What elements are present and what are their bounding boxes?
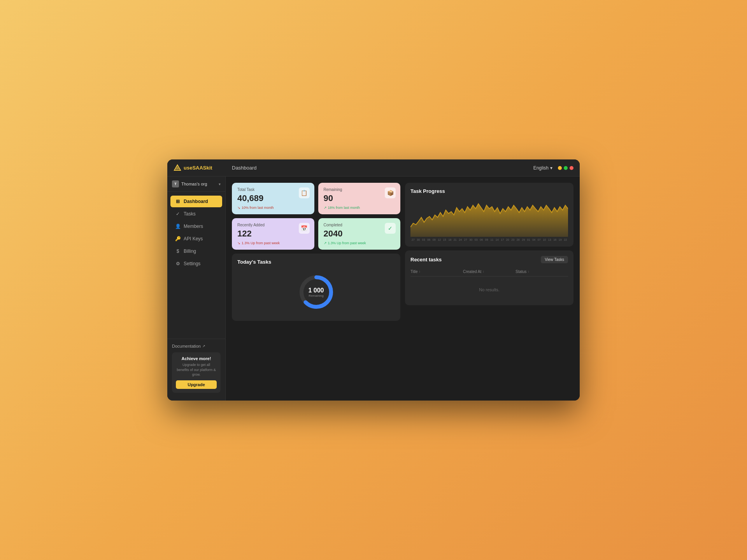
settings-label: Settings bbox=[184, 261, 200, 266]
task-progress-card: Task Progress bbox=[405, 183, 573, 247]
stat-card-recently-added: 📅 Recently Added 122 ↘ 1.3% Up from past… bbox=[232, 218, 314, 250]
recently-added-change: ↘ 1.3% Up from past week bbox=[237, 241, 309, 245]
upgrade-button[interactable]: Upgrade bbox=[176, 380, 217, 389]
col-status: Status ↕ bbox=[516, 270, 568, 274]
recent-tasks-title: Recent tasks bbox=[410, 257, 442, 262]
sidebar-item-dashboard[interactable]: ⊞ Dashboard bbox=[170, 196, 222, 207]
donut-center: 1 000 Remaining bbox=[308, 287, 324, 298]
todays-tasks-card: Today's Tasks 1 000 bbox=[232, 254, 400, 321]
donut-number: 1 000 bbox=[308, 287, 324, 294]
up-arrow-icon2: ↗ bbox=[324, 241, 327, 245]
remaining-value: 90 bbox=[324, 193, 395, 203]
app-window: useSAASkit Dashboard English ▾ T Thomas'… bbox=[167, 159, 580, 401]
todays-tasks-title: Today's Tasks bbox=[237, 259, 271, 265]
settings-icon: ⚙ bbox=[175, 261, 181, 266]
billing-label: Billing bbox=[184, 248, 196, 254]
recently-added-label: Recently Added bbox=[237, 223, 309, 227]
remaining-change: ↗ 18% from last month bbox=[324, 206, 395, 210]
donut-sub: Remaining bbox=[308, 294, 324, 298]
recently-added-value: 122 bbox=[237, 229, 309, 239]
chart-labels: 27 30 03 06 09 12 15 18 21 24 27 30 bbox=[410, 238, 568, 241]
stat-card-total-task: 📋 Total Task 40,689 ↘ 10% from last mont… bbox=[232, 183, 314, 214]
promo-title: Achieve more! bbox=[176, 356, 217, 361]
language-chevron: ▾ bbox=[550, 165, 552, 171]
completed-change: ↗ 1.3% Up from past week bbox=[324, 241, 395, 245]
window-controls bbox=[558, 166, 573, 170]
table-header: Title ↕ Created At ↕ Status ↕ bbox=[410, 267, 568, 276]
dashboard-icon: ⊞ bbox=[175, 199, 181, 204]
remaining-icon: 📦 bbox=[385, 187, 396, 198]
stat-cards: 📋 Total Task 40,689 ↘ 10% from last mont… bbox=[232, 183, 400, 250]
api-keys-label: API Keys bbox=[184, 236, 203, 242]
documentation-label: Documentation bbox=[172, 344, 201, 348]
main-layout: T Thomas's org ▾ ⊞ Dashboard ✓ Tasks � bbox=[167, 177, 580, 401]
logo-text: useSAASkit bbox=[184, 165, 212, 171]
language-selector[interactable]: English ▾ bbox=[533, 165, 552, 171]
task-progress-chart bbox=[410, 198, 568, 237]
donut-container: 1 000 Remaining bbox=[237, 269, 395, 315]
task-progress-title: Task Progress bbox=[410, 188, 568, 194]
down-arrow-icon: ↘ bbox=[237, 206, 240, 210]
chart-area bbox=[410, 198, 568, 237]
stat-card-completed: ✓ Completed 2040 ↗ 1.3% Up from past wee… bbox=[318, 218, 401, 250]
documentation-link[interactable]: Documentation ↗ bbox=[172, 344, 221, 348]
completed-label: Completed bbox=[324, 223, 395, 227]
api-keys-icon: 🔑 bbox=[175, 236, 181, 242]
sort-created-icon[interactable]: ↕ bbox=[482, 270, 484, 273]
tasks-icon: ✓ bbox=[175, 211, 181, 217]
completed-icon: ✓ bbox=[385, 223, 396, 234]
sidebar-item-settings[interactable]: ⚙ Settings bbox=[170, 258, 222, 270]
col-title: Title ↕ bbox=[410, 270, 463, 274]
sidebar-item-tasks[interactable]: ✓ Tasks bbox=[170, 208, 222, 220]
recently-added-icon: 📅 bbox=[299, 223, 310, 234]
minimize-button[interactable] bbox=[558, 166, 562, 170]
logo-icon bbox=[174, 164, 181, 172]
right-column: Task Progress bbox=[405, 183, 573, 321]
col-created-at: Created At ↕ bbox=[463, 270, 516, 274]
remaining-label: Remaining bbox=[324, 187, 395, 192]
sidebar: T Thomas's org ▾ ⊞ Dashboard ✓ Tasks � bbox=[167, 177, 226, 401]
completed-value: 2040 bbox=[324, 229, 395, 239]
nav-items: ⊞ Dashboard ✓ Tasks 👤 Members 🔑 API Keys bbox=[167, 192, 225, 339]
org-selector[interactable]: T Thomas's org ▾ bbox=[167, 177, 225, 192]
view-tasks-button[interactable]: View Tasks bbox=[541, 256, 568, 263]
maximize-button[interactable] bbox=[564, 166, 568, 170]
up-arrow-icon: ↗ bbox=[324, 206, 327, 210]
total-task-value: 40,689 bbox=[237, 193, 309, 203]
promo-description: Upgrade to get all benefits of our platf… bbox=[176, 362, 217, 377]
external-link-icon: ↗ bbox=[202, 344, 205, 348]
language-label: English bbox=[533, 165, 549, 171]
sidebar-bottom: Documentation ↗ Achieve more! Upgrade to… bbox=[167, 339, 225, 401]
tasks-label: Tasks bbox=[184, 211, 196, 217]
dashboard-label: Dashboard bbox=[184, 199, 208, 204]
stat-card-remaining: 📦 Remaining 90 ↗ 18% from last month bbox=[318, 183, 401, 214]
close-button[interactable] bbox=[570, 166, 573, 170]
topbar: useSAASkit Dashboard English ▾ bbox=[167, 159, 580, 177]
left-column: 📋 Total Task 40,689 ↘ 10% from last mont… bbox=[232, 183, 400, 321]
down-arrow-icon2: ↘ bbox=[237, 241, 240, 245]
total-task-label: Total Task bbox=[237, 187, 309, 192]
logo-area: useSAASkit bbox=[174, 164, 232, 172]
sidebar-item-members[interactable]: 👤 Members bbox=[170, 220, 222, 232]
org-chevron-icon: ▾ bbox=[219, 182, 221, 186]
org-avatar: T bbox=[172, 180, 179, 187]
donut-chart: 1 000 Remaining bbox=[297, 273, 336, 312]
members-icon: 👤 bbox=[175, 224, 181, 229]
members-label: Members bbox=[184, 224, 203, 229]
org-name: Thomas's org bbox=[181, 182, 216, 186]
page-title: Dashboard bbox=[232, 165, 533, 171]
upgrade-promo: Achieve more! Upgrade to get all benefit… bbox=[172, 352, 221, 393]
billing-icon: $ bbox=[175, 248, 181, 254]
no-results-message: No results. bbox=[410, 280, 568, 300]
sidebar-item-api-keys[interactable]: 🔑 API Keys bbox=[170, 233, 222, 245]
sort-status-icon[interactable]: ↕ bbox=[528, 270, 529, 273]
sort-title-icon[interactable]: ↕ bbox=[419, 270, 421, 273]
content-area: 📋 Total Task 40,689 ↘ 10% from last mont… bbox=[226, 177, 580, 401]
total-task-icon: 📋 bbox=[299, 187, 310, 198]
recent-tasks-card: Recent tasks View Tasks Title ↕ Created … bbox=[405, 250, 573, 305]
recent-tasks-header: Recent tasks View Tasks bbox=[410, 256, 568, 263]
total-task-change: ↘ 10% from last month bbox=[237, 206, 309, 210]
sidebar-item-billing[interactable]: $ Billing bbox=[170, 245, 222, 257]
